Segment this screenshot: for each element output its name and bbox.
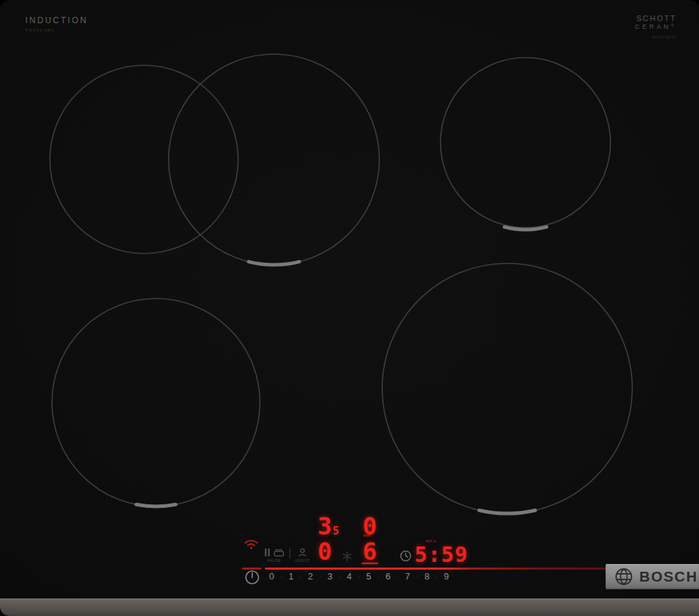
timer-display[interactable]: 5:59: [414, 545, 468, 565]
half-step-digit: 5: [332, 525, 339, 537]
level-dot: ·: [339, 573, 341, 580]
level-7[interactable]: 7: [405, 571, 410, 582]
level-8[interactable]: 8: [424, 571, 429, 582]
level-5[interactable]: 5: [366, 571, 371, 582]
glass-code: WH17NB22: [635, 35, 677, 39]
bosch-armature-icon: [615, 568, 633, 586]
assist-key[interactable]: ASSIST: [295, 548, 310, 563]
chef-assist-icon: [298, 548, 307, 557]
level-1[interactable]: 1: [289, 571, 294, 582]
level-indicator-bar[interactable]: [265, 568, 629, 570]
display-zone-top-left[interactable]: 35: [318, 516, 339, 537]
schott-label: SCHOTT: [635, 14, 677, 22]
registered-mark: ®: [671, 23, 677, 27]
zone-marker-bottom-right: [479, 511, 535, 514]
zone-marker-top-left: [249, 262, 299, 265]
level-6[interactable]: 6: [386, 571, 391, 582]
level-4[interactable]: 4: [347, 571, 352, 582]
zone-ring-top-left-outer: [169, 54, 379, 265]
zone-ring-bottom-left: [52, 299, 260, 506]
level-dot: ·: [416, 573, 418, 580]
star-icon[interactable]: [341, 551, 353, 565]
schott-ceran-print: SCHOTT CERAN® WH17NB22: [635, 14, 677, 39]
display-zone-bottom-right[interactable]: 6: [362, 541, 377, 562]
zone-ring-top-left-inner: [50, 65, 238, 254]
induction-print: INDUCTION PW031-4B1: [25, 15, 88, 32]
level-dot: ·: [436, 573, 438, 580]
induction-hob: INDUCTION PW031-4B1 SCHOTT CERAN® WH17NB…: [0, 0, 699, 616]
level-0[interactable]: 0: [269, 571, 274, 582]
level-dot: ·: [300, 573, 302, 580]
level-dot: ·: [358, 573, 360, 580]
zone-marker-bottom-left: [136, 504, 176, 506]
level-dot: ·: [319, 573, 321, 580]
power-icon: [244, 569, 261, 586]
divider: [289, 549, 290, 558]
selected-zone-underline: [362, 563, 378, 564]
power-button[interactable]: [243, 568, 261, 586]
level-slider[interactable]: 0· 1· 2· 3· 4· 5· 6· 7· 8· 9: [269, 571, 449, 582]
ceran-label: CERAN®: [635, 23, 677, 30]
timer-clock-icon[interactable]: [400, 550, 412, 565]
zone-timer-min-indicator: min: [363, 533, 371, 537]
bosch-badge: BOSCH: [606, 564, 699, 589]
front-trim: [0, 598, 699, 616]
induction-label: INDUCTION: [25, 15, 88, 25]
cooking-zones: [0, 0, 699, 616]
pause-label: PAUSE: [268, 558, 282, 563]
level-dot: ·: [280, 573, 282, 580]
pause-key[interactable]: PAUSE: [264, 548, 285, 563]
level-2[interactable]: 2: [308, 571, 313, 582]
bosch-logo-text: BOSCH: [639, 568, 698, 585]
level-9[interactable]: 9: [444, 571, 449, 582]
pause-icon: [264, 548, 270, 557]
zone-ring-bottom-right: [382, 263, 632, 513]
zone-ring-top-right: [440, 58, 610, 228]
level-3[interactable]: 3: [327, 571, 332, 582]
wifi-icon: [244, 539, 259, 553]
display-zone-bottom-left[interactable]: 0: [318, 541, 332, 562]
model-code: PW031-4B1: [25, 28, 88, 32]
level-dot: ·: [397, 573, 399, 580]
level-dot: ·: [377, 573, 379, 580]
pan-icon: [273, 548, 285, 557]
assist-label: ASSIST: [295, 558, 310, 563]
